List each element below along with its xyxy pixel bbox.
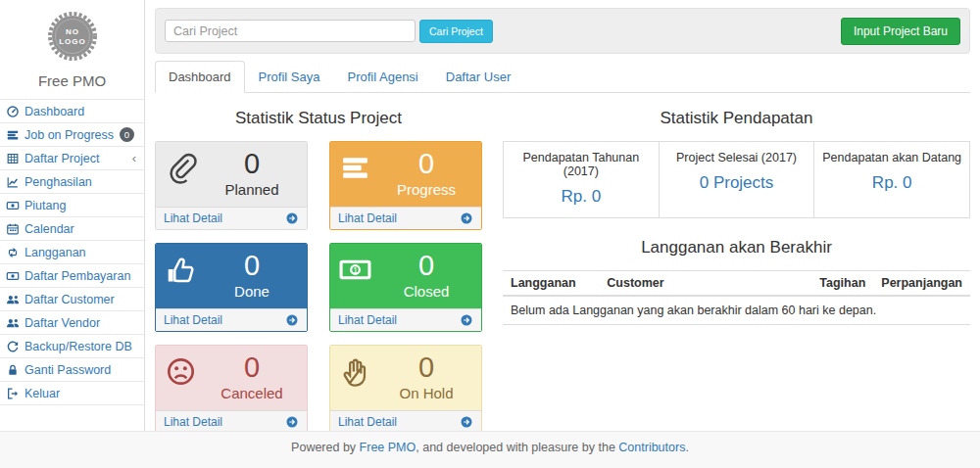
sidebar-item-piutang[interactable]: Piutang <box>0 194 144 217</box>
status-card-closed: 1 0 Closed Lihat Detail <box>329 243 482 332</box>
status-count: 0 <box>203 148 301 180</box>
stat-value: Rp. 0 <box>818 173 965 193</box>
sidebar-item-keluar[interactable]: Keluar <box>0 382 144 405</box>
column-header-tagihan: Tagihan <box>811 271 873 297</box>
table-icon <box>6 152 20 165</box>
lihat-detail-label: Lihat Detail <box>164 313 222 327</box>
sidebar-item-label: Daftar Pembayaran <box>24 269 130 283</box>
income-section-title: Statistik Pendapatan <box>503 109 970 128</box>
lock-icon <box>6 363 20 377</box>
status-section-title: Statistik Status Project <box>155 109 482 128</box>
svg-text:LOGO: LOGO <box>59 37 86 46</box>
app-logo: NO LOGO Free PMO <box>0 0 144 89</box>
tab-daftar-user[interactable]: Daftar User <box>432 61 524 93</box>
sidebar-item-daftar-pembayaran[interactable]: Daftar Pembayaran <box>0 264 144 288</box>
sidebar-item-backup-restore-db[interactable]: Backup/Restore DB <box>0 335 144 358</box>
retweet-icon <box>6 246 20 259</box>
count-badge: 0 <box>120 127 134 142</box>
frown-icon <box>165 355 197 388</box>
status-card-canceled: 0 Canceled Lihat Detail <box>155 345 308 434</box>
sidebar-item-job-on-progress[interactable]: Job on Progress 0 <box>0 123 144 147</box>
sidebar-item-daftar-customer[interactable]: Daftar Customer <box>0 288 144 311</box>
sidebar-item-penghasilan[interactable]: Penghasilan <box>0 170 144 194</box>
sidebar-item-label: Langganan <box>24 246 86 259</box>
status-card-planned: 0 Planned Lihat Detail <box>155 141 308 230</box>
column-header-perpanjangan: Perpanjangan <box>873 271 970 297</box>
footer-text: , and developed with pleasure by the <box>416 441 618 454</box>
status-card-on-hold: 0 On Hold Lihat Detail <box>329 345 482 434</box>
tab-profil-agensi[interactable]: Profil Agensi <box>333 61 431 93</box>
sidebar-item-daftar-vendor[interactable]: Daftar Vendor <box>0 311 144 335</box>
sidebar-item-ganti-password[interactable]: Ganti Password <box>0 358 144 382</box>
search-panel: Cari Project Input Project Baru <box>155 8 970 54</box>
status-count: 0 <box>203 351 301 384</box>
chevron-left-icon: ‹ <box>132 152 136 164</box>
status-label: Done <box>203 282 301 301</box>
money-bill-icon: 1 <box>339 254 371 286</box>
calendar-icon <box>6 222 20 236</box>
stat-label: Project Selesai (2017) <box>663 151 810 164</box>
status-count: 0 <box>203 250 301 282</box>
sidebar-item-daftar-project[interactable]: Daftar Project ‹ <box>0 147 144 170</box>
footer-text: Powered by <box>291 441 359 454</box>
search-input[interactable] <box>165 20 416 42</box>
sidebar-item-label: Daftar Customer <box>24 293 115 306</box>
subscription-section-title: Langganan akan Berakhir <box>503 238 970 257</box>
tab-dashboard[interactable]: Dashboard <box>155 61 245 93</box>
sidebar-item-label: Calendar <box>24 222 74 236</box>
tasks-icon <box>339 152 371 184</box>
status-section: Statistik Status Project 0 Planned Lihat… <box>155 93 482 434</box>
free-pmo-link[interactable]: Free PMO <box>360 441 416 454</box>
footer-text: . <box>685 441 688 454</box>
status-card-done: 0 Done Lihat Detail <box>155 243 308 332</box>
sign-out-icon <box>6 387 20 400</box>
brand-name: Free PMO <box>0 72 144 89</box>
lihat-detail-link[interactable]: Lihat Detail <box>330 410 481 433</box>
status-label: Progress <box>377 180 475 199</box>
arrow-circle-right-icon <box>460 211 473 225</box>
tab-bar: Dashboard Profil Saya Profil Agensi Daft… <box>155 61 970 93</box>
stat-project-selesai: Project Selesai (2017) 0 Projects <box>660 142 815 217</box>
thumbs-up-icon <box>165 254 197 286</box>
arrow-circle-right-icon <box>460 313 473 327</box>
status-count: 0 <box>377 148 475 180</box>
status-count: 0 <box>377 351 475 384</box>
lihat-detail-link[interactable]: Lihat Detail <box>156 207 307 229</box>
line-chart-icon <box>6 175 20 189</box>
status-label: On Hold <box>377 384 475 402</box>
sidebar-item-label: Piutang <box>24 199 66 212</box>
lihat-detail-label: Lihat Detail <box>338 211 397 225</box>
sidebar-menu: Dashboard Job on Progress 0 Daftar Proje… <box>0 99 144 405</box>
empty-subscription-message: Belum ada Langganan yang akan berakhir d… <box>503 296 970 325</box>
sidebar-item-label: Keluar <box>24 387 60 400</box>
lihat-detail-link[interactable]: Lihat Detail <box>330 308 481 331</box>
table-row: Belum ada Langganan yang akan berakhir d… <box>503 296 970 325</box>
sidebar: NO LOGO Free PMO Dashboard Job on Progre… <box>0 0 145 431</box>
lihat-detail-link[interactable]: Lihat Detail <box>330 207 481 229</box>
tab-profil-saya[interactable]: Profil Saya <box>245 61 334 93</box>
status-label: Planned <box>203 180 301 199</box>
sidebar-item-calendar[interactable]: Calendar <box>0 217 144 241</box>
main-area: Cari Project Input Project Baru Dashboar… <box>146 0 980 431</box>
arrow-circle-right-icon <box>285 313 299 327</box>
paperclip-icon <box>165 152 197 184</box>
sidebar-item-langganan[interactable]: Langganan <box>0 241 144 264</box>
status-label: Closed <box>377 282 475 301</box>
sidebar-item-label: Daftar Project <box>24 152 99 165</box>
contributors-link[interactable]: Contributors <box>618 441 685 454</box>
search-button[interactable]: Cari Project <box>419 20 493 43</box>
column-header-langganan: Langganan <box>503 271 599 297</box>
lihat-detail-link[interactable]: Lihat Detail <box>156 308 307 331</box>
tasks-icon <box>6 128 20 142</box>
dashboard-icon <box>6 105 20 118</box>
lihat-detail-link[interactable]: Lihat Detail <box>156 410 307 433</box>
sidebar-item-label: Dashboard <box>24 105 84 118</box>
input-project-baru-button[interactable]: Input Project Baru <box>841 18 960 45</box>
arrow-circle-right-icon <box>460 415 473 429</box>
refresh-icon <box>6 340 20 353</box>
status-card-progress: 0 Progress Lihat Detail <box>329 141 482 230</box>
lihat-detail-label: Lihat Detail <box>164 415 222 429</box>
sidebar-item-dashboard[interactable]: Dashboard <box>0 100 144 123</box>
stat-label: Pendapatan Tahunan (2017) <box>508 151 655 178</box>
svg-text:NO: NO <box>66 27 79 36</box>
